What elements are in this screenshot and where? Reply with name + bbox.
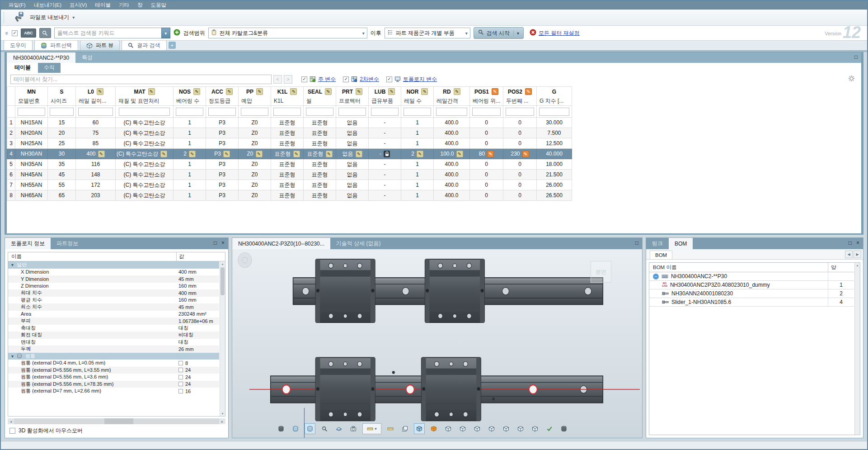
cell-POS1[interactable]: 0 xyxy=(470,128,503,138)
cell-SEAL[interactable]: 표준형 xyxy=(304,138,336,149)
collapse-icon[interactable]: − xyxy=(653,274,659,279)
cell-MN[interactable]: NH20AN xyxy=(15,128,48,138)
cell-PP[interactable]: Z0 xyxy=(239,170,271,180)
column-header-NOS[interactable]: NOS✎ xyxy=(174,87,206,97)
cell-G[interactable]: 21.500 xyxy=(537,170,572,180)
view-right-icon[interactable] xyxy=(486,423,497,434)
horizontal-scrollbar[interactable]: ◂ ▸ xyxy=(8,418,225,424)
table-row[interactable]: 5NH35AN35116(C) 특수고탄소강1P3Z0표준형표준형없음-1400… xyxy=(7,159,572,170)
add-tab-button[interactable]: + xyxy=(169,42,176,49)
cell-LUB[interactable]: - xyxy=(369,128,401,138)
pencil-edit-icon[interactable]: ✎ xyxy=(193,88,200,95)
column-filter-input-LUB[interactable] xyxy=(371,108,399,116)
property-row[interactable]: Y Dimension45 mm xyxy=(8,275,219,283)
check-icon[interactable] xyxy=(544,423,555,434)
column-filter-input-POS2[interactable] xyxy=(506,108,534,116)
chevron-down-icon[interactable]: ▾ xyxy=(11,262,14,267)
keyword-dropdown-icon[interactable]: ▾ xyxy=(161,28,170,38)
cell-POS1[interactable]: 0 xyxy=(470,180,503,190)
cell-PRT[interactable]: 없음 xyxy=(336,180,369,190)
cell-MN[interactable]: NH55AN xyxy=(15,180,48,190)
cell-MAT[interactable]: (C) 특수고탄소강 xyxy=(116,128,174,138)
cell-RD[interactable]: 400.0 xyxy=(434,190,470,201)
cell-MN[interactable]: NH65AN xyxy=(15,190,48,201)
cell-PP[interactable]: Z0✎ xyxy=(239,149,271,159)
find-prev-button[interactable]: < xyxy=(273,75,282,84)
tab-scroll-right-icon[interactable]: ▶ xyxy=(854,251,861,258)
property-row[interactable]: 원통 (external D=0.4 mm, L=0.05 mm)8 xyxy=(8,360,219,367)
cell-POS2[interactable]: 0 xyxy=(503,180,537,190)
cell-LUB[interactable]: - xyxy=(369,138,401,149)
cell-L0[interactable]: 400✎ xyxy=(76,149,116,159)
cell-K1L[interactable]: 표준형 xyxy=(271,138,304,149)
value-checkbox[interactable] xyxy=(178,382,183,386)
cell-ACC[interactable]: P3 xyxy=(206,159,239,170)
cell-MAT[interactable]: (C) 특수고탄소강✎ xyxy=(116,149,174,159)
section-icon[interactable] xyxy=(558,423,569,434)
cell-K1L[interactable]: 표준형 xyxy=(271,180,304,190)
cell-K1L[interactable]: 표준형✎ xyxy=(271,149,304,159)
cell-S[interactable]: 45 xyxy=(48,170,76,180)
cell-LUB[interactable]: - xyxy=(369,159,401,170)
cell-POS1[interactable]: 0 xyxy=(470,170,503,180)
cell-LUB[interactable]: - xyxy=(369,180,401,190)
pencil-edit-icon[interactable]: ✎ xyxy=(356,88,362,95)
view-tab-테이블[interactable]: 테이블 xyxy=(9,62,37,73)
cell-L0[interactable]: 172 xyxy=(76,180,116,190)
column-filter-input-MN[interactable] xyxy=(18,108,46,116)
scroll-up-icon[interactable]: ▴ xyxy=(220,262,225,266)
cell-S[interactable]: 20 xyxy=(48,128,76,138)
view-tab-수직[interactable]: 수직 xyxy=(38,62,61,73)
result-type-select[interactable]: 파트 제품군과 개별 부품 ▾ xyxy=(385,28,470,38)
cell-NOS[interactable]: 1 xyxy=(174,159,206,170)
pencil-edit-icon[interactable]: ✎ xyxy=(421,88,428,95)
cell-MAT[interactable]: (C) 특수고탄소강 xyxy=(116,190,174,201)
cell-S[interactable]: 25 xyxy=(48,138,76,149)
document-tab[interactable]: 특성 xyxy=(75,52,99,63)
cell-NOS[interactable]: 1 xyxy=(174,118,206,128)
pencil-edit-icon[interactable]: ✎ xyxy=(226,88,233,95)
cell-ACC[interactable]: P3 xyxy=(206,138,239,149)
cell-NOS[interactable]: 1 xyxy=(174,190,206,201)
column-filter-input-PP[interactable] xyxy=(241,108,269,116)
render-points-icon[interactable] xyxy=(276,423,286,434)
bom-name-column-header[interactable]: BOM 이름 xyxy=(649,264,828,271)
viewport-3d[interactable]: 평면 ▾ xyxy=(232,249,642,438)
expand-search-icon[interactable]: » xyxy=(4,31,10,34)
cell-PRT[interactable]: 없음 xyxy=(336,138,369,149)
plane-view-ghost-button[interactable]: 평면 xyxy=(591,261,611,283)
property-row[interactable]: Area230248 mm² xyxy=(8,311,219,318)
table-settings-gear-icon[interactable] xyxy=(848,75,855,83)
cell-G[interactable]: 26.000 xyxy=(537,180,572,190)
search-scope-select[interactable]: 전체 카탈로그&분류 ▾ xyxy=(208,28,367,38)
cell-G[interactable]: 7.500 xyxy=(537,128,572,138)
export-caret-icon[interactable]: ▾ xyxy=(72,15,75,20)
document-tab[interactable]: NH300400ANC2-**P30 xyxy=(7,52,75,63)
property-row[interactable]: 평균 치수160 mm xyxy=(8,297,219,304)
cell-SEAL[interactable]: 표준형 xyxy=(304,128,336,138)
cell-PRT[interactable]: 없음 xyxy=(336,159,369,170)
column-header-POS2[interactable]: POS2✎ xyxy=(503,87,537,97)
pencil-edit-icon[interactable]: ✎ xyxy=(417,151,423,157)
pencil-edit-icon[interactable]: ✎ xyxy=(160,151,167,157)
cell-ACC[interactable]: P3 xyxy=(206,180,239,190)
viewer-tab[interactable]: NH300400ANC2-P3Z0(10--80230... xyxy=(232,238,330,249)
cell-ACC[interactable]: P3 xyxy=(206,190,239,201)
cell-RD[interactable]: 400.0 xyxy=(434,159,470,170)
column-header-MAT[interactable]: MAT✎ xyxy=(116,87,174,97)
cell-ACC[interactable]: P3✎ xyxy=(206,149,239,159)
find-next-button[interactable]: > xyxy=(284,75,292,84)
cell-G[interactable]: 12.500 xyxy=(537,138,572,149)
panel-tab-파트정보[interactable]: 파트정보 xyxy=(51,238,84,249)
cell-POS1[interactable]: 80✎ xyxy=(470,149,503,159)
pencil-edit-icon[interactable]: ✎ xyxy=(293,151,300,157)
column-filter-input-L0[interactable] xyxy=(78,108,113,116)
cell-S[interactable]: 35 xyxy=(48,159,76,170)
cell-NOR[interactable]: 1 xyxy=(401,170,434,180)
cell-NOR[interactable]: 1 xyxy=(401,128,434,138)
pencil-edit-icon[interactable]: ✎ xyxy=(356,151,362,157)
cell-PP[interactable]: Z0 xyxy=(239,180,271,190)
view-left-icon[interactable] xyxy=(472,423,483,434)
column-header-PP[interactable]: PP✎ xyxy=(239,87,271,97)
scroll-up-icon[interactable]: ▴ xyxy=(855,263,860,267)
